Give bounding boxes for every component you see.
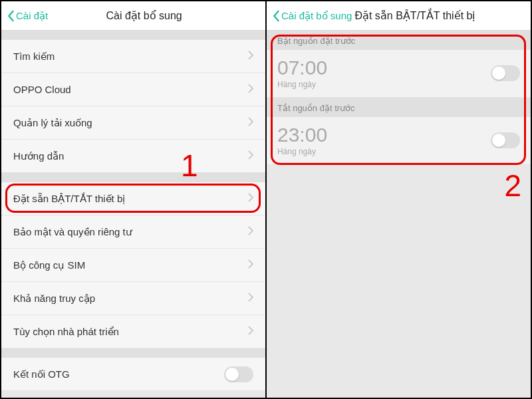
section-gap xyxy=(1,348,265,358)
chevron-right-icon xyxy=(248,51,253,63)
chevron-right-icon xyxy=(248,259,253,271)
scheduled-on-freq: Hàng ngày xyxy=(277,80,491,89)
scheduled-on-header: Bật nguồn đặt trước xyxy=(267,31,531,50)
scheduled-off-toggle[interactable] xyxy=(491,132,520,148)
settings-group-1: Tìm kiếm OPPO Cloud Quản lý tải xuống Hư… xyxy=(1,40,265,173)
scheduled-power-screen: Cài đặt bổ sung Đặt sẵn BẬT/TẮT thiết bị… xyxy=(267,1,531,398)
chevron-left-icon xyxy=(7,10,15,22)
otg-toggle[interactable] xyxy=(224,366,253,382)
settings-item-otg[interactable]: Kết nối OTG xyxy=(1,358,265,391)
settings-group-2: Đặt sẵn BẬT/TẮT thiết bị Bảo mật và quyề… xyxy=(1,182,265,348)
item-label: Quản lý tải xuống xyxy=(13,117,248,129)
back-button[interactable]: Cài đặt bổ sung xyxy=(272,10,352,22)
header: Cài đặt Cài đặt bổ sung xyxy=(1,1,265,31)
settings-item-sim-toolkit[interactable]: Bộ công cụ SIM xyxy=(1,249,265,282)
chevron-right-icon xyxy=(248,117,253,129)
settings-item-accessibility[interactable]: Khả năng truy cập xyxy=(1,282,265,315)
back-label: Cài đặt bổ sung xyxy=(281,10,352,22)
scheduled-power-body: Bật nguồn đặt trước 07:00 Hàng ngày Tắt … xyxy=(267,31,531,165)
item-label: Hướng dẫn xyxy=(13,150,248,162)
scheduled-off-time: 23:00 xyxy=(277,124,491,146)
settings-item-search[interactable]: Tìm kiếm xyxy=(1,40,265,73)
scheduled-on-time: 07:00 xyxy=(277,57,491,78)
page-title: Đặt sẵn BẬT/TẮT thiết bị xyxy=(352,9,525,22)
settings-item-scheduled-power[interactable]: Đặt sẵn BẬT/TẮT thiết bị xyxy=(1,182,265,215)
chevron-right-icon xyxy=(248,150,253,162)
item-label: Bảo mật và quyền riêng tư xyxy=(13,226,248,238)
settings-item-security-privacy[interactable]: Bảo mật và quyền riêng tư xyxy=(1,215,265,249)
settings-list-screen: Cài đặt Cài đặt bổ sung Tìm kiếm OPPO Cl… xyxy=(1,1,267,398)
settings-item-oppo-cloud[interactable]: OPPO Cloud xyxy=(1,73,265,106)
step-number-1: 1 xyxy=(181,148,198,184)
scheduled-off-row[interactable]: 23:00 Hàng ngày xyxy=(267,117,531,165)
item-label: Tùy chọn nhà phát triển xyxy=(13,326,248,338)
settings-item-guide[interactable]: Hướng dẫn xyxy=(1,140,265,173)
chevron-left-icon xyxy=(272,10,280,22)
section-gap xyxy=(1,31,265,40)
step-number-2: 2 xyxy=(504,168,521,203)
scheduled-off-header: Tắt nguồn đặt trước xyxy=(267,98,531,117)
item-label: Đặt sẵn BẬT/TẮT thiết bị xyxy=(13,193,248,205)
settings-item-developer-options[interactable]: Tùy chọn nhà phát triển xyxy=(1,315,265,348)
item-label: Bộ công cụ SIM xyxy=(13,259,248,271)
item-label: Tìm kiếm xyxy=(13,51,248,63)
header: Cài đặt bổ sung Đặt sẵn BẬT/TẮT thiết bị xyxy=(267,1,531,31)
scheduled-off-freq: Hàng ngày xyxy=(277,147,491,156)
item-label: OPPO Cloud xyxy=(13,84,248,95)
scheduled-on-toggle[interactable] xyxy=(491,65,520,81)
scheduled-on-row[interactable]: 07:00 Hàng ngày xyxy=(267,50,531,98)
chevron-right-icon xyxy=(248,293,253,305)
item-label: Kết nối OTG xyxy=(13,368,224,380)
settings-item-downloads[interactable]: Quản lý tải xuống xyxy=(1,106,265,140)
page-title: Cài đặt bổ sung xyxy=(28,9,260,22)
chevron-right-icon xyxy=(248,226,253,238)
chevron-right-icon xyxy=(248,326,253,338)
chevron-right-icon xyxy=(248,193,253,205)
chevron-right-icon xyxy=(248,84,253,96)
section-gap xyxy=(1,173,265,182)
item-label: Khả năng truy cập xyxy=(13,293,248,305)
